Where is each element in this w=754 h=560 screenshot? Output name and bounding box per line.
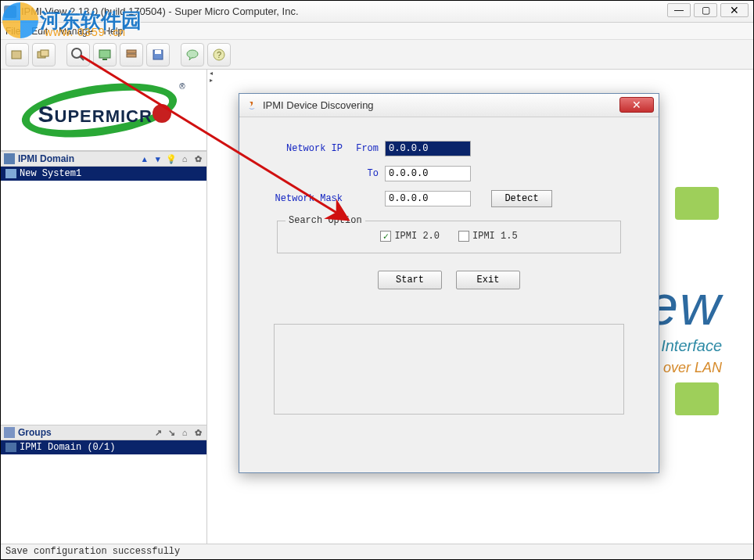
discover-dialog: IPMI Device Discovering ✕ Network IP Fro…: [239, 93, 659, 473]
new-system-button[interactable]: [5, 43, 29, 66]
domain-icon: [4, 153, 15, 164]
svg-rect-2: [41, 50, 48, 56]
groups-panel-body: IPMI Domain (0/1): [1, 440, 206, 544]
ip-mask-input[interactable]: [385, 191, 471, 206]
window-controls: — ▢ ✕: [667, 3, 749, 17]
sort-asc-icon[interactable]: ▴: [139, 153, 150, 164]
monitor-button[interactable]: [93, 43, 117, 66]
start-button[interactable]: Start: [378, 271, 442, 289]
domain-panel-header: IPMI Domain ▴ ▾ 💡 ⌂ ✿: [1, 151, 206, 167]
chat-button[interactable]: [181, 43, 204, 66]
save-button[interactable]: [146, 43, 170, 66]
system-tree-item[interactable]: New System1: [1, 167, 206, 181]
sidebar-collapse-handle[interactable]: ◂▸: [207, 70, 215, 82]
menu-manage[interactable]: Manage: [59, 26, 92, 37]
app-icon: [4, 5, 16, 18]
ipmi15-option[interactable]: IPMI 1.5: [458, 231, 518, 242]
group-item-icon: [5, 443, 16, 452]
menu-file[interactable]: File: [5, 26, 20, 37]
groups-panel-header: Groups ↗ ↘ ⌂ ✿: [1, 425, 206, 440]
group-action-2-icon[interactable]: ↘: [166, 427, 177, 438]
ipmi20-label: IPMI 2.0: [394, 231, 440, 242]
svg-line-4: [80, 56, 84, 60]
search-option-fieldset: Search Option IPMI 2.0 IPMI 1.5: [277, 221, 621, 253]
group-tree-item[interactable]: IPMI Domain (0/1): [1, 440, 206, 454]
ipmi20-checkbox[interactable]: [380, 231, 391, 242]
help-button[interactable]: ?: [207, 43, 231, 66]
status-text: Save configuration successfully: [5, 546, 180, 557]
domain-header-label: IPMI Domain: [18, 153, 74, 164]
detect-button[interactable]: Detect: [491, 190, 552, 207]
menu-edit[interactable]: Edit: [31, 26, 48, 37]
dialog-close-button[interactable]: ✕: [619, 97, 654, 113]
menu-bar: File Edit Manage Help: [1, 23, 753, 40]
search-option-legend: Search Option: [285, 215, 365, 226]
toolbar: ?: [1, 40, 753, 70]
maximize-button[interactable]: ▢: [694, 3, 717, 17]
to-label: To: [343, 168, 379, 179]
status-bar: Save configuration successfully: [1, 544, 753, 559]
sort-desc-icon[interactable]: ▾: [153, 153, 163, 164]
supermicro-logo: SUPERMICR ®: [18, 79, 190, 142]
window-title: IPMI View 2.13.0 (build 170504) - Super …: [21, 5, 299, 17]
dialog-body: Network IP From To Network Mask Detect S…: [239, 117, 659, 422]
svg-rect-6: [102, 59, 107, 60]
network-ip-label: Network IP: [261, 143, 343, 154]
ipmi20-option[interactable]: IPMI 2.0: [380, 231, 440, 242]
ipmi15-label: IPMI 1.5: [472, 231, 518, 242]
group-item-label: IPMI Domain (0/1): [20, 442, 115, 453]
group-gear-icon[interactable]: ✿: [192, 427, 203, 438]
ip-from-input[interactable]: [385, 141, 471, 156]
menu-help[interactable]: Help: [103, 26, 123, 37]
svg-rect-8: [127, 54, 136, 57]
svg-rect-5: [99, 50, 110, 58]
ipmi15-checkbox[interactable]: [458, 231, 469, 242]
svg-rect-10: [155, 50, 161, 54]
servers-button[interactable]: [120, 43, 143, 66]
group-action-1-icon[interactable]: ↗: [153, 427, 163, 438]
from-label: From: [343, 143, 379, 154]
group-home-icon[interactable]: ⌂: [179, 427, 190, 438]
dialog-title: IPMI Device Discovering: [263, 99, 374, 111]
new-group-button[interactable]: [32, 43, 56, 66]
svg-text:?: ?: [217, 50, 221, 59]
bulb-icon[interactable]: 💡: [166, 153, 177, 164]
svg-rect-0: [12, 51, 21, 59]
minimize-button[interactable]: —: [667, 3, 691, 17]
decoration-box-2: [675, 382, 719, 415]
dialog-result-area: [274, 324, 624, 415]
ip-to-input[interactable]: [385, 166, 471, 181]
home-icon[interactable]: ⌂: [179, 153, 190, 164]
gear-icon[interactable]: ✿: [192, 153, 203, 164]
domain-panel-body: New System1: [1, 167, 206, 425]
discover-button[interactable]: [66, 43, 90, 66]
title-bar: IPMI View 2.13.0 (build 170504) - Super …: [1, 1, 753, 23]
logo-area: SUPERMICR ®: [1, 70, 206, 151]
exit-button[interactable]: Exit: [456, 271, 520, 289]
svg-rect-7: [127, 50, 136, 53]
dialog-title-bar: IPMI Device Discovering ✕: [239, 94, 659, 117]
mask-label: Network Mask: [261, 193, 343, 204]
close-button[interactable]: ✕: [720, 3, 749, 17]
groups-header-label: Groups: [18, 427, 52, 438]
java-icon: [246, 99, 258, 112]
svg-point-11: [187, 50, 198, 58]
decoration-box-1: [675, 187, 719, 220]
system-label: New System1: [20, 168, 81, 179]
system-icon: [5, 169, 16, 178]
sidebar: SUPERMICR ® IPMI Domain ▴ ▾ 💡 ⌂ ✿ New Sy…: [1, 70, 207, 544]
groups-icon: [4, 427, 15, 438]
